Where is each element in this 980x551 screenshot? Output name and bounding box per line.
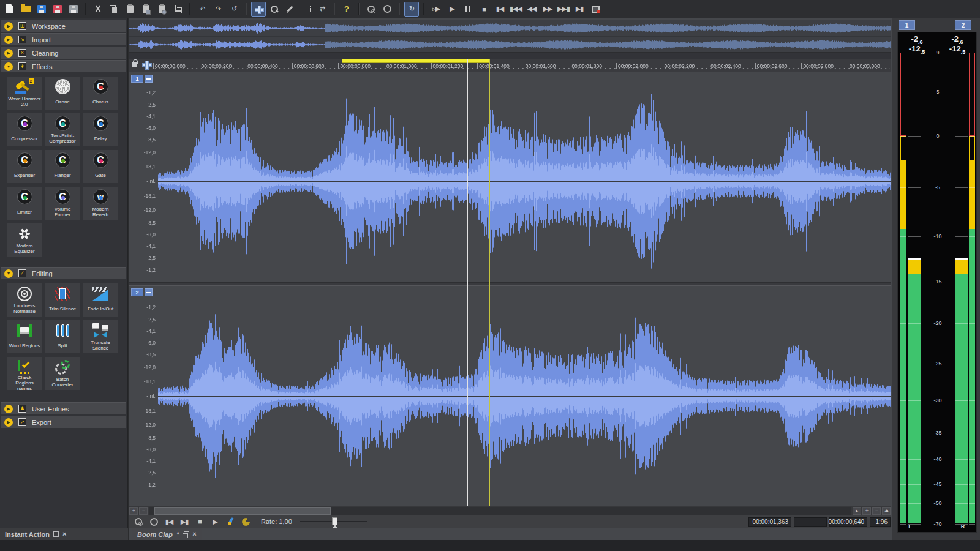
open-file-button[interactable] — [18, 2, 33, 17]
tool-tile-two-point-compressor[interactable]: CTwo-Point-Compressor — [45, 113, 80, 146]
tool-tile-chorus[interactable]: CChorus — [83, 77, 118, 110]
rate-slider[interactable] — [300, 516, 368, 527]
tool-tile-loudness-normalize[interactable]: Loudness Normalize — [7, 283, 42, 317]
object-tool-button[interactable] — [251, 2, 266, 17]
position-display[interactable]: 00:00:01,363 — [748, 517, 791, 527]
sidebar-section-workspace[interactable]: ▶⊞Workspace — [1, 20, 126, 32]
marker-tool-button[interactable] — [224, 516, 236, 527]
sidebar-section-user-entries[interactable]: ▶♟User Entries — [1, 402, 126, 414]
tool-tile-gate[interactable]: CGate — [83, 150, 118, 183]
undock-icon[interactable] — [53, 531, 59, 537]
zoom-fit-button[interactable]: ◂▸ — [882, 507, 891, 515]
tool-tile-limiter[interactable]: CLimiter — [7, 187, 42, 220]
close-document-icon[interactable]: × — [192, 531, 196, 538]
punch-loop-button[interactable] — [239, 516, 252, 527]
object-mode-icon[interactable] — [141, 61, 151, 69]
sidebar-section-effects[interactable]: ▼∗Effects — [1, 60, 126, 72]
tool-tile-compressor[interactable]: CCompressor — [7, 113, 42, 146]
tool-tile-modern-reverb[interactable]: WModern Reverb — [83, 187, 118, 220]
cut-button[interactable] — [91, 2, 105, 17]
tool-tile-batch-converter[interactable]: Batch Converter — [45, 357, 80, 390]
record-options-button[interactable] — [364, 2, 379, 17]
zoom-in-button[interactable]: + — [129, 507, 138, 515]
meter-tab-1[interactable]: 1 — [899, 20, 915, 30]
zoom-ratio-display[interactable]: 1:96 — [870, 517, 891, 527]
close-instant-action-icon[interactable]: × — [62, 531, 66, 538]
sidebar-section-import[interactable]: ▶↘Import — [1, 33, 126, 45]
new-file-button[interactable] — [2, 2, 17, 17]
tool-tile-truncate-silence[interactable]: Truncate Silence — [83, 320, 118, 353]
tool-tile-expander[interactable]: CExpander — [7, 150, 42, 183]
crop-button[interactable] — [170, 2, 185, 17]
zoom-in-h-button[interactable]: + — [862, 507, 871, 515]
tool-tile-flanger[interactable]: CFlanger — [45, 150, 80, 183]
forward-to-end-button[interactable]: ▶▶▮ — [556, 2, 571, 17]
scrollbar-thumb[interactable] — [154, 507, 331, 515]
go-to-end-button[interactable]: ▶▮ — [572, 2, 587, 17]
paste-button[interactable] — [123, 2, 137, 17]
meter-tab-2[interactable]: 2 — [955, 20, 971, 30]
channel-2-minimize-button[interactable] — [145, 288, 153, 296]
pause-button[interactable] — [461, 2, 475, 17]
tool-tile-check-regions-names[interactable]: Check Regions names — [7, 357, 42, 390]
tool-tile-delay[interactable]: CDelay — [83, 113, 118, 146]
zoom-out-button[interactable]: − — [139, 507, 148, 515]
forward-button[interactable]: ▶▶ — [540, 2, 555, 17]
lock-icon[interactable] — [132, 62, 137, 67]
channel-2-badge[interactable]: 2 — [131, 288, 143, 296]
tool-tile-fade-in-out[interactable]: Fade In/Out — [83, 283, 118, 317]
save-all-button[interactable] — [66, 2, 81, 17]
draw-tool-button[interactable] — [283, 2, 298, 17]
selection-end-line[interactable] — [489, 59, 490, 506]
selection-length-display[interactable]: 00:00:00,640 — [829, 517, 867, 527]
scrollbar-track[interactable] — [149, 507, 851, 515]
record-button[interactable] — [148, 516, 160, 527]
sidebar-section-export[interactable]: ▶↗Export — [1, 416, 126, 428]
save-button[interactable] — [34, 2, 49, 17]
instant-action-tab[interactable]: Instant Action × — [0, 528, 128, 540]
play-button[interactable]: ▶ — [209, 516, 221, 527]
record-button[interactable] — [380, 2, 394, 17]
selection-start-line[interactable] — [342, 59, 342, 506]
paste-insert-button[interactable] — [154, 2, 169, 17]
loop-playback-button[interactable]: ↻ — [404, 2, 419, 17]
scroll-right-button[interactable]: ▸ — [853, 507, 861, 515]
undo-history-button[interactable]: ↺ — [227, 2, 241, 17]
sidebar-section-cleaning[interactable]: ▶×Cleaning — [1, 47, 126, 59]
zoom-out-h-button[interactable]: − — [872, 507, 881, 515]
tool-tile-volume-former[interactable]: CVolume Former — [45, 187, 80, 220]
secondary-display[interactable] — [794, 517, 827, 527]
copy-button[interactable] — [107, 2, 121, 17]
paste-special-button[interactable] — [138, 2, 153, 17]
rewind-to-start-button[interactable]: ▮◀◀ — [508, 2, 523, 17]
rewind-button[interactable]: ◀◀ — [524, 2, 539, 17]
export-snapshot-button[interactable] — [588, 2, 603, 17]
go-to-start-button[interactable]: ▮◀ — [492, 2, 507, 17]
overview-cursor[interactable] — [195, 20, 195, 53]
play-button[interactable]: ▶ — [445, 2, 459, 17]
select-tool-button[interactable] — [299, 2, 314, 17]
tool-tile-trim-silence[interactable]: Trim Silence — [45, 283, 80, 317]
restore-window-icon[interactable] — [183, 531, 189, 537]
undo-button[interactable]: ↶ — [195, 2, 209, 17]
zoom-tool-button[interactable] — [267, 2, 282, 17]
tool-tile-ozone[interactable]: Ozone — [45, 77, 80, 110]
channel-1-minimize-button[interactable] — [145, 75, 153, 83]
tool-tile-word-regions[interactable]: Word Regions — [7, 320, 42, 353]
horizontal-scrollbar[interactable]: +− ▸+−◂▸ — [129, 506, 891, 515]
tool-tile-wave-hammer[interactable]: 2Wave Hammer 2.0 — [7, 77, 42, 110]
skip-to-start-button[interactable]: ▮◀ — [163, 516, 175, 527]
context-help-button[interactable]: ? — [339, 2, 354, 17]
tool-tile-split[interactable]: Split — [45, 320, 80, 353]
channel-1-badge[interactable]: 1 — [131, 75, 143, 83]
redo-button[interactable]: ↷ — [211, 2, 225, 17]
record-options-button[interactable] — [132, 516, 145, 527]
stop-button[interactable]: ■ — [477, 2, 491, 17]
navigate-tool-button[interactable]: ⇄ — [315, 2, 330, 17]
play-preview-button[interactable]: ▹▶ — [429, 2, 443, 17]
stop-button[interactable]: ■ — [194, 516, 206, 527]
timeline-ruler[interactable]: 00:00:00,00000:00:00,20000:00:00,40000:0… — [129, 59, 891, 72]
sidebar-section-editing[interactable]: ▼∕Editing — [1, 267, 126, 279]
playback-cursor[interactable] — [467, 59, 468, 506]
skip-to-end-button[interactable]: ▶▮ — [178, 516, 190, 527]
